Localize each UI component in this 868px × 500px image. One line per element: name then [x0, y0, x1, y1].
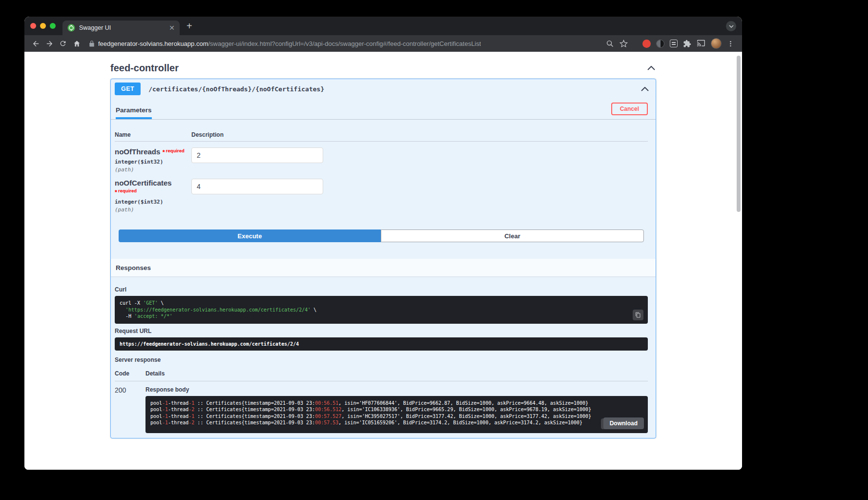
tag-section-header: feed-controller [110, 62, 656, 74]
parameter-location: (path) [115, 207, 191, 213]
parameter-type: integer($int32) [115, 199, 191, 205]
clear-button[interactable]: Clear [381, 229, 644, 242]
url-text: feedgenerator-solvians.herokuapp.com/swa… [98, 40, 481, 47]
toolbar-actions [599, 38, 737, 49]
tab-search-button[interactable] [726, 21, 736, 31]
operation-path: /certificates/{noOfThreads}/{noOfCertifi… [148, 85, 633, 93]
required-asterisk: * [163, 148, 165, 156]
responses-section: Curl curl -X 'GET' \ 'https://feedgenera… [111, 286, 656, 438]
responses-title: Responses [116, 264, 151, 271]
response-row: 200 Response body pool-1-thread-1 :: Cer… [115, 381, 648, 433]
responses-section-header: Responses [111, 259, 656, 276]
parameter-type: integer($int32) [115, 159, 191, 165]
copy-curl-button[interactable] [633, 310, 643, 320]
notes-extension-icon[interactable] [670, 40, 678, 47]
desktop-background: Swagger UI ✕ + [0, 0, 868, 500]
zoom-window-button[interactable] [50, 23, 56, 29]
copy-icon [635, 312, 641, 318]
tab-strip: Swagger UI ✕ + [24, 17, 742, 35]
forward-button[interactable] [43, 37, 56, 50]
address-bar[interactable]: feedgenerator-solvians.herokuapp.com/swa… [84, 40, 598, 47]
status-code: 200 [115, 386, 145, 433]
collapse-tag-chevron-icon[interactable] [647, 66, 655, 70]
tab-close-icon[interactable]: ✕ [169, 24, 175, 31]
cast-icon[interactable] [697, 40, 705, 47]
curl-label: Curl [115, 286, 648, 293]
macos-traffic-lights [30, 23, 56, 29]
required-label: required [118, 188, 137, 193]
parameter-row: noOfCertificates *required integer($int3… [115, 173, 648, 213]
noOfCertificates-value-input[interactable] [191, 179, 323, 194]
details-column-header: Details [145, 370, 165, 377]
url-domain: feedgenerator-solvians.herokuapp.com [98, 40, 208, 47]
response-body-label: Response body [145, 386, 648, 393]
curl-block: curl -X 'GET' \ 'https://feedgenerator-s… [115, 296, 648, 324]
navigation-bar: feedgenerator-solvians.herokuapp.com/swa… [24, 35, 742, 52]
page-scrollbar[interactable] [737, 56, 741, 212]
swagger-favicon-icon [67, 24, 75, 32]
swagger-wrapper: feed-controller GET /certificates/{noOfT… [110, 62, 656, 438]
minimize-window-button[interactable] [40, 23, 46, 29]
browser-window: Swagger UI ✕ + [24, 17, 742, 470]
request-url-block: https://feedgenerator-solvians.herokuapp… [115, 337, 648, 351]
tab-title: Swagger UI [79, 24, 165, 31]
collapse-operation-chevron-icon[interactable] [641, 87, 649, 91]
request-url-value: https://feedgenerator-solvians.herokuapp… [115, 337, 648, 351]
download-button[interactable]: Download [603, 417, 644, 429]
response-body-block: pool-1-thread-1 :: Certificates{timestam… [145, 396, 648, 433]
curl-code: curl -X 'GET' \ 'https://feedgenerator-s… [115, 296, 648, 324]
close-window-button[interactable] [30, 23, 36, 29]
parameters-section: Name Description noOfThreads *required i [111, 131, 656, 247]
tag-title: feed-controller [110, 62, 179, 74]
url-path: /swagger-ui/index.html?configUrl=/v3/api… [208, 40, 481, 47]
get-operation-block: GET /certificates/{noOfThreads}/{noOfCer… [110, 79, 656, 438]
noOfThreads-value-input[interactable] [191, 147, 323, 163]
home-button[interactable] [70, 37, 83, 50]
required-label: required [166, 148, 185, 153]
parameter-name: noOfThreads [115, 147, 160, 156]
adblock-extension-icon[interactable] [642, 40, 651, 48]
zoom-lens-icon[interactable] [606, 40, 614, 48]
name-column-header: Name [115, 131, 191, 138]
browser-tab[interactable]: Swagger UI ✕ [62, 21, 180, 35]
request-url-label: Request URL [115, 328, 648, 334]
code-column-header: Code [115, 370, 145, 377]
http-method-badge: GET [115, 83, 141, 95]
tab-parameters[interactable]: Parameters [116, 106, 152, 119]
cancel-button[interactable]: Cancel [611, 103, 648, 115]
extensions-puzzle-icon[interactable] [683, 40, 691, 48]
required-asterisk: * [115, 188, 117, 196]
parameter-row: noOfThreads *required integer($int32) (p… [115, 142, 648, 173]
chevron-down-icon [729, 25, 734, 28]
execute-clear-group: Execute Clear [119, 229, 644, 242]
description-column-header: Description [191, 131, 224, 138]
parameters-table-header: Name Description [115, 131, 648, 142]
server-response-label: Server response [115, 356, 648, 363]
new-tab-button[interactable]: + [186, 21, 192, 31]
darkmode-extension-icon[interactable] [656, 40, 664, 48]
reload-button[interactable] [57, 37, 69, 50]
parameters-tab-row: Parameters Cancel [111, 99, 656, 120]
operation-summary[interactable]: GET /certificates/{noOfThreads}/{noOfCer… [111, 79, 656, 99]
profile-avatar[interactable] [711, 38, 722, 49]
bookmark-star-icon[interactable] [620, 40, 628, 48]
menu-kebab-icon[interactable] [727, 40, 734, 47]
back-button[interactable] [29, 37, 42, 50]
lock-icon [89, 40, 95, 47]
parameter-name: noOfCertificates [115, 179, 172, 187]
page-content: feed-controller GET /certificates/{noOfT… [24, 52, 742, 470]
response-body-code: pool-1-thread-1 :: Certificates{timestam… [145, 396, 648, 433]
execute-button[interactable]: Execute [119, 229, 381, 242]
parameter-location: (path) [115, 167, 191, 173]
server-response-table-header: Code Details [115, 370, 648, 381]
